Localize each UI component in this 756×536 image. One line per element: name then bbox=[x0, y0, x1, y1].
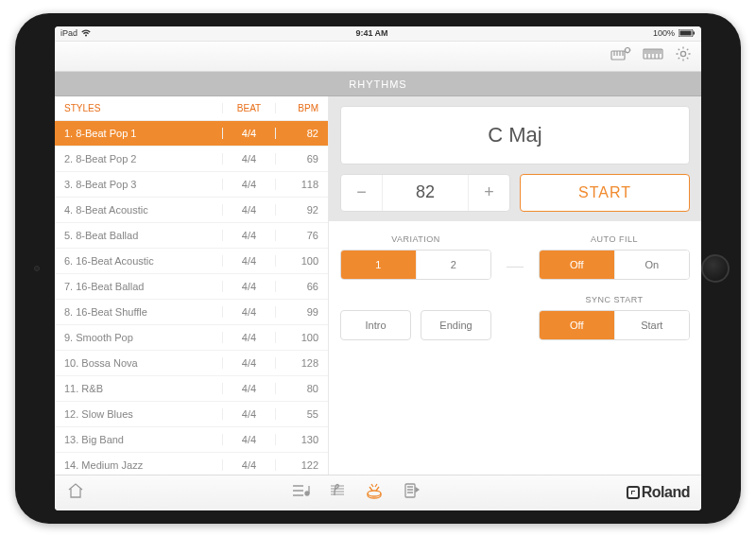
style-bpm: 122 bbox=[275, 459, 328, 471]
style-bpm: 92 bbox=[275, 204, 328, 216]
bpm-col-header: BPM bbox=[275, 103, 328, 113]
rhythm-icon[interactable] bbox=[365, 482, 384, 503]
keyboard-icon[interactable] bbox=[643, 47, 663, 64]
style-bpm: 100 bbox=[275, 255, 328, 267]
style-name: 3. 8-Beat Pop 3 bbox=[55, 179, 222, 190]
connector-line bbox=[507, 267, 524, 268]
svg-rect-1 bbox=[679, 31, 691, 36]
syncstart-group: SYNC START OffStart bbox=[539, 295, 690, 340]
battery-icon bbox=[679, 29, 696, 37]
screen: iPad 9:41 AM 100% bbox=[55, 26, 701, 510]
style-beat: 4/4 bbox=[222, 204, 275, 216]
style-row[interactable]: 3. 8-Beat Pop 34/4118 bbox=[55, 172, 328, 198]
style-beat: 4/4 bbox=[222, 153, 275, 164]
chord-display[interactable]: C Maj bbox=[340, 106, 690, 164]
style-row[interactable]: 12. Slow Blues4/455 bbox=[55, 402, 328, 427]
style-bpm: 82 bbox=[275, 128, 328, 139]
right-panel: C Maj − 82 + START VARIATION bbox=[329, 96, 701, 475]
style-row[interactable]: 6. 16-Beat Acoustic4/4100 bbox=[55, 249, 328, 274]
svg-point-6 bbox=[680, 51, 685, 56]
home-button[interactable] bbox=[701, 254, 730, 283]
style-name: 8. 16-Beat Shuffle bbox=[55, 306, 222, 318]
style-row[interactable]: 4. 8-Beat Acoustic4/492 bbox=[55, 198, 328, 223]
score-icon[interactable] bbox=[329, 482, 346, 503]
style-row[interactable]: 2. 8-Beat Pop 24/469 bbox=[55, 147, 328, 172]
style-beat: 4/4 bbox=[222, 281, 275, 292]
home-icon[interactable] bbox=[66, 482, 85, 503]
styles-header: STYLES BEAT BPM bbox=[55, 96, 328, 121]
style-beat: 4/4 bbox=[222, 230, 275, 241]
autofill-option[interactable]: On bbox=[614, 251, 690, 279]
style-bpm: 55 bbox=[275, 408, 328, 420]
syncstart-option[interactable]: Start bbox=[614, 311, 690, 339]
start-button[interactable]: START bbox=[520, 174, 690, 212]
style-row[interactable]: 5. 8-Beat Ballad4/476 bbox=[55, 223, 328, 249]
songlist-icon[interactable] bbox=[291, 483, 310, 502]
clock: 9:41 AM bbox=[355, 28, 387, 38]
style-row[interactable]: 14. Medium Jazz4/4122 bbox=[55, 453, 328, 475]
variation-option[interactable]: 1 bbox=[341, 251, 416, 279]
svg-rect-9 bbox=[405, 484, 415, 497]
style-name: 14. Medium Jazz bbox=[55, 459, 222, 471]
styles-list[interactable]: 1. 8-Beat Pop 14/4822. 8-Beat Pop 24/469… bbox=[55, 121, 328, 475]
style-beat: 4/4 bbox=[222, 408, 275, 420]
style-name: 6. 16-Beat Acoustic bbox=[55, 255, 222, 267]
styles-col-header: STYLES bbox=[55, 103, 222, 113]
brand-logo: Roland bbox=[627, 484, 690, 501]
style-beat: 4/4 bbox=[222, 459, 275, 471]
style-beat: 4/4 bbox=[222, 434, 275, 445]
style-name: 10. Bossa Nova bbox=[55, 357, 222, 369]
style-bpm: 80 bbox=[275, 383, 328, 394]
camera-dot bbox=[34, 266, 40, 271]
piano-settings-icon[interactable] bbox=[610, 46, 631, 65]
bpm-increment[interactable]: + bbox=[468, 175, 509, 211]
gear-icon[interactable] bbox=[675, 45, 692, 66]
bpm-value: 82 bbox=[383, 182, 468, 202]
intro-button[interactable]: Intro bbox=[340, 310, 411, 340]
style-beat: 4/4 bbox=[222, 128, 275, 139]
style-row[interactable]: 13. Big Band4/4130 bbox=[55, 427, 328, 453]
style-row[interactable]: 8. 16-Beat Shuffle4/499 bbox=[55, 300, 328, 325]
style-beat: 4/4 bbox=[222, 179, 275, 190]
autofill-option[interactable]: Off bbox=[540, 251, 614, 279]
style-bpm: 69 bbox=[275, 153, 328, 164]
top-toolbar bbox=[55, 42, 701, 72]
intro-ending-group: Intro Ending bbox=[340, 295, 491, 340]
style-row[interactable]: 10. Bossa Nova4/4128 bbox=[55, 351, 328, 376]
style-row[interactable]: 11. R&B4/480 bbox=[55, 376, 328, 402]
section-title: RHYTHMS bbox=[55, 72, 701, 96]
style-row[interactable]: 7. 16-Beat Ballad4/466 bbox=[55, 274, 328, 300]
style-bpm: 130 bbox=[275, 434, 328, 445]
style-bpm: 100 bbox=[275, 332, 328, 343]
style-name: 7. 16-Beat Ballad bbox=[55, 281, 222, 292]
ipad-frame: iPad 9:41 AM 100% bbox=[15, 13, 741, 524]
roland-mark-icon bbox=[627, 486, 640, 499]
style-name: 2. 8-Beat Pop 2 bbox=[55, 153, 222, 164]
style-name: 12. Slow Blues bbox=[55, 408, 222, 420]
syncstart-label: SYNC START bbox=[585, 295, 643, 304]
style-bpm: 66 bbox=[275, 281, 328, 292]
style-name: 11. R&B bbox=[55, 383, 222, 394]
variation-option[interactable]: 2 bbox=[416, 251, 491, 279]
style-row[interactable]: 1. 8-Beat Pop 14/482 bbox=[55, 121, 328, 147]
style-bpm: 128 bbox=[275, 357, 328, 369]
status-bar: iPad 9:41 AM 100% bbox=[55, 26, 701, 42]
brand-text: Roland bbox=[642, 484, 690, 501]
variation-group: VARIATION 12 bbox=[340, 234, 491, 280]
style-beat: 4/4 bbox=[222, 383, 275, 394]
recorder-icon[interactable] bbox=[403, 482, 420, 503]
bpm-decrement[interactable]: − bbox=[341, 175, 383, 211]
ending-button[interactable]: Ending bbox=[421, 310, 491, 340]
carrier-label: iPad bbox=[60, 28, 77, 38]
style-beat: 4/4 bbox=[222, 255, 275, 267]
syncstart-option[interactable]: Off bbox=[540, 311, 614, 339]
style-beat: 4/4 bbox=[222, 306, 275, 318]
style-name: 9. Smooth Pop bbox=[55, 332, 222, 343]
svg-rect-2 bbox=[693, 32, 695, 35]
svg-point-8 bbox=[368, 491, 381, 496]
style-row[interactable]: 9. Smooth Pop4/4100 bbox=[55, 325, 328, 351]
style-beat: 4/4 bbox=[222, 357, 275, 369]
style-name: 5. 8-Beat Ballad bbox=[55, 230, 222, 241]
variation-label: VARIATION bbox=[391, 234, 440, 244]
style-bpm: 76 bbox=[275, 230, 328, 241]
